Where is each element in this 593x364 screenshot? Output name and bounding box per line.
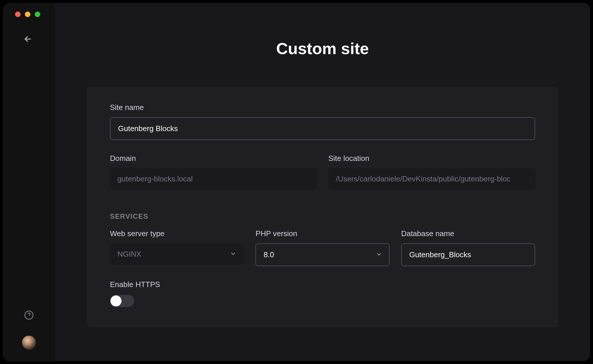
page-title: Custom site — [55, 3, 590, 87]
php-version-group: PHP version 8.0 — [255, 229, 389, 266]
domain-location-row: Domain Site location — [110, 154, 535, 204]
site-location-label: Site location — [328, 154, 535, 163]
maximize-window-button[interactable] — [35, 12, 40, 17]
site-location-input — [328, 168, 535, 190]
user-avatar[interactable] — [22, 336, 36, 350]
php-version-select-wrapper: 8.0 — [255, 243, 389, 266]
sidebar-bottom — [3, 310, 55, 350]
domain-group: Domain — [110, 154, 317, 190]
enable-https-group: Enable HTTPS — [110, 280, 535, 307]
php-version-select[interactable]: 8.0 — [255, 243, 389, 266]
site-name-group: Site name — [110, 103, 535, 140]
help-circle-icon — [24, 310, 34, 320]
database-name-label: Database name — [401, 229, 535, 238]
app-window: Custom site Site name Domain Site locati… — [3, 3, 590, 361]
web-server-type-group: Web server type NGINX — [110, 229, 244, 266]
close-window-button[interactable] — [15, 12, 21, 17]
site-name-input[interactable] — [110, 117, 535, 140]
web-server-type-select[interactable]: NGINX — [110, 243, 244, 265]
window-controls — [3, 3, 55, 26]
toggle-knob — [111, 295, 121, 306]
back-button[interactable] — [3, 26, 55, 54]
site-location-group: Site location — [328, 154, 535, 190]
enable-https-label: Enable HTTPS — [110, 280, 535, 289]
services-row: Web server type NGINX PHP version — [110, 229, 535, 280]
enable-https-toggle[interactable] — [110, 295, 134, 307]
site-name-label: Site name — [110, 103, 535, 112]
services-section-header: SERVICES — [110, 212, 535, 220]
minimize-window-button[interactable] — [25, 12, 30, 17]
form-card: Site name Domain Site location SERVICES — [87, 87, 558, 327]
web-server-type-label: Web server type — [110, 229, 244, 238]
domain-label: Domain — [110, 154, 317, 163]
database-name-group: Database name — [401, 229, 535, 266]
domain-input — [110, 168, 317, 190]
main-content: Custom site Site name Domain Site locati… — [55, 3, 590, 361]
help-button[interactable] — [24, 310, 34, 321]
php-version-label: PHP version — [255, 229, 389, 238]
sidebar — [3, 3, 55, 361]
database-name-input[interactable] — [401, 243, 535, 266]
web-server-type-select-wrapper: NGINX — [110, 243, 244, 265]
arrow-left-icon — [24, 35, 32, 43]
